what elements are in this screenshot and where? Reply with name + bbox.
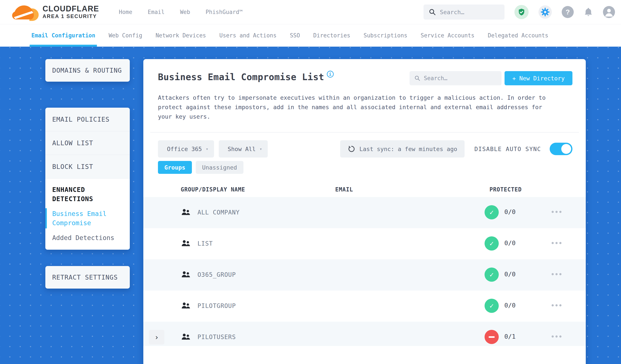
table-header: GROUP/DISPLAY NAME EMAIL PROTECTED [143,183,586,197]
protected-count: 0/0 [504,302,516,309]
primary-nav: Home Email Web PhishGuard™ [119,9,242,15]
expand-row-button[interactable]: › [149,330,164,345]
nav-home[interactable]: Home [119,9,132,15]
chevron-down-icon: ▾ [206,146,208,152]
help-button[interactable]: ? [562,6,574,18]
tab-sso[interactable]: SSO [290,24,300,47]
groups-table: GROUP/DISPLAY NAME EMAIL PROTECTED ALL C… [143,183,586,346]
group-icon [181,239,191,248]
sidebar-item-enhanced-detections[interactable]: ENHANCED DETECTIONS [52,185,123,204]
tab-delegated-accounts[interactable]: Delegated Accounts [488,24,548,47]
nav-email[interactable]: Email [148,9,165,15]
tab-unassigned[interactable]: Unassigned [196,161,244,174]
notifications-button[interactable] [584,7,593,17]
auto-sync-toggle[interactable] [550,143,572,155]
row-actions-button[interactable] [552,273,561,275]
refresh-icon [347,145,356,153]
sync-controls: Last sync: a few minutes ago DISABLE AUT… [340,140,573,157]
sidebar-section-enhanced-detections: ENHANCED DETECTIONS Business Email Compr… [45,179,130,250]
filters-row: Office 365 ▾ Show All ▾ Last sync: a few… [143,140,586,157]
sidebar-item-email-policies[interactable]: EMAIL POLICIES [45,108,130,131]
column-group-display-name: GROUP/DISPLAY NAME [181,186,245,193]
brand-sub: AREA 1 SECURITY [43,13,99,19]
sidebar: DOMAINS & ROUTING EMAIL POLICIES ALLOW L… [45,59,130,82]
protected-count: 0/0 [504,239,516,247]
check-icon: ✓ [489,239,494,247]
security-status-button[interactable] [515,5,529,19]
sidebar-item-domains-routing[interactable]: DOMAINS & ROUTING [45,59,130,82]
tab-web-config[interactable]: Web Config [108,24,142,47]
cloudflare-logo[interactable]: CLOUDFLARE AREA 1 SECURITY [12,3,99,21]
section-tabbar: Email Configuration Web Config Network D… [0,24,621,47]
page-description: Attackers often try to impersonate execu… [158,93,556,121]
sidebar-item-added-detections[interactable]: Added Detections [52,233,123,243]
group-name: LIST [197,240,213,247]
search-icon [414,75,420,82]
info-icon[interactable]: i [327,71,334,78]
tab-directories[interactable]: Directories [313,24,350,47]
directory-source-dropdown[interactable]: Office 365 ▾ [158,140,214,157]
user-icon [603,6,615,18]
tab-subscriptions[interactable]: Subscriptions [363,24,407,47]
group-name: ALL COMPANY [197,209,240,216]
column-email: EMAIL [335,186,353,193]
sidebar-item-allow-list[interactable]: ALLOW LIST [45,131,130,155]
settings-button[interactable] [538,5,552,19]
global-search-input[interactable] [440,9,499,16]
bell-icon [584,7,593,17]
group-name: O365_GROUP [197,271,236,278]
nav-phishguard[interactable]: PhishGuard™ [206,9,242,15]
view-tabs: Groups Unassigned [143,161,586,174]
check-icon: ✓ [489,208,494,216]
tab-service-accounts[interactable]: Service Accounts [421,24,474,47]
global-search[interactable] [424,4,504,19]
table-row[interactable]: ALL COMPANY ✓ 0/0 [143,197,586,228]
tab-network-devices[interactable]: Network Devices [155,24,206,47]
sidebar-menu: EMAIL POLICIES ALLOW LIST BLOCK LIST ENH… [45,108,130,250]
top-header: CLOUDFLARE AREA 1 SECURITY Home Email We… [0,0,621,24]
chevron-down-icon: ▾ [259,146,262,152]
group-name: PILOTUSERS [197,333,236,341]
new-directory-button[interactable]: + New Directory [504,71,572,85]
protected-ok-badge: ✓ [484,268,499,282]
minus-icon [489,336,495,338]
page-background: DOMAINS & ROUTING EMAIL POLICIES ALLOW L… [0,47,621,364]
list-search[interactable] [410,71,501,85]
sidebar-item-block-list[interactable]: BLOCK LIST [45,155,130,179]
sidebar-item-business-email-compromise[interactable]: Business Email Compromise [52,209,123,227]
sidebar-item-label: RETRACT SETTINGS [52,274,118,281]
group-name: PILOTGROUP [197,302,236,310]
auto-sync-label: DISABLE AUTO SYNC [474,146,541,152]
protected-ok-badge: ✓ [484,205,499,219]
row-actions-button[interactable] [552,335,561,338]
main-header: Business Email Compromise List i + New D… [143,59,586,85]
list-search-input[interactable] [424,75,497,81]
tab-groups[interactable]: Groups [158,161,192,174]
last-sync-button[interactable]: Last sync: a few minutes ago [340,140,465,157]
sidebar-item-label: DOMAINS & ROUTING [52,67,122,74]
table-row[interactable]: PILOTGROUP ✓ 0/0 [143,291,586,322]
table-row[interactable]: › PILOTUSERS 0/1 [143,322,586,346]
show-filter-dropdown[interactable]: Show All ▾ [219,140,268,157]
sidebar-item-retract-settings[interactable]: RETRACT SETTINGS [45,266,130,289]
protected-count: 0/1 [504,333,516,340]
directory-source-value: Office 365 [167,146,202,152]
tab-users-and-actions[interactable]: Users and Actions [219,24,276,47]
last-sync-text: Last sync: a few minutes ago [360,146,457,152]
table-row[interactable]: LIST ✓ 0/0 [143,228,586,259]
group-icon [181,302,191,310]
row-actions-button[interactable] [552,211,561,213]
row-actions-button[interactable] [552,242,561,244]
group-icon [181,208,191,217]
row-actions-button[interactable] [552,304,561,306]
nav-web[interactable]: Web [180,9,190,15]
active-indicator [45,208,47,228]
search-icon [429,8,436,16]
check-icon: ✓ [489,302,494,310]
column-protected: PROTECTED [489,186,522,193]
protected-ok-badge: ✓ [484,299,499,313]
account-button[interactable] [603,6,615,18]
gear-icon [540,7,550,17]
tab-email-configuration[interactable]: Email Configuration [31,24,95,47]
table-row[interactable]: O365_GROUP ✓ 0/0 [143,259,586,291]
